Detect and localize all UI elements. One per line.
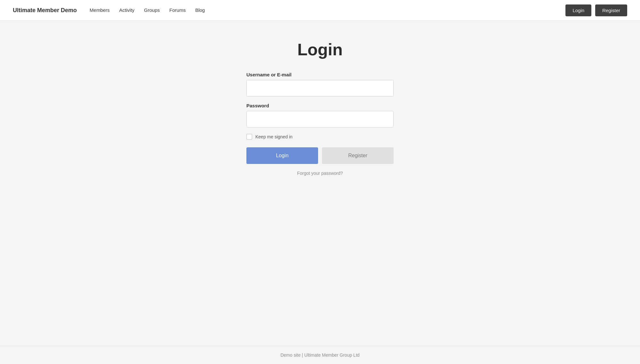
nav-login-button[interactable]: Login	[565, 4, 591, 16]
keep-signed-in-label: Keep me signed in	[255, 134, 292, 139]
username-label: Username or E-mail	[246, 72, 394, 77]
nav-link-activity[interactable]: Activity	[119, 7, 135, 13]
login-form-container: Username or E-mail Password Keep me sign…	[246, 72, 394, 176]
nav-link-groups[interactable]: Groups	[144, 7, 160, 13]
nav-register-button[interactable]: Register	[595, 4, 627, 16]
nav-item-members[interactable]: Members	[90, 7, 110, 13]
nav-links: Members Activity Groups Forums Blog	[90, 7, 205, 13]
site-title: Ultimate Member Demo	[13, 7, 77, 14]
nav-link-blog[interactable]: Blog	[195, 7, 205, 13]
password-group: Password	[246, 103, 394, 128]
navbar: Ultimate Member Demo Members Activity Gr…	[0, 0, 640, 21]
nav-item-groups[interactable]: Groups	[144, 7, 160, 13]
forgot-password-container: Forgot your password?	[246, 170, 394, 176]
username-input[interactable]	[246, 80, 394, 97]
keep-signed-in-checkbox[interactable]	[246, 134, 252, 140]
login-button[interactable]: Login	[246, 147, 318, 164]
page-title: Login	[297, 40, 343, 59]
forgot-password-link[interactable]: Forgot your password?	[297, 171, 343, 176]
login-form: Username or E-mail Password Keep me sign…	[246, 72, 394, 176]
footer-text: Demo site | Ultimate Member Group Ltd	[280, 352, 359, 358]
password-label: Password	[246, 103, 394, 108]
nav-link-members[interactable]: Members	[90, 7, 110, 13]
footer: Demo site | Ultimate Member Group Ltd	[0, 346, 640, 364]
form-buttons: Login Register	[246, 147, 394, 164]
nav-item-forums[interactable]: Forums	[169, 7, 186, 13]
keep-signed-in-group: Keep me signed in	[246, 134, 394, 140]
main-content: Login Username or E-mail Password Keep m…	[0, 21, 640, 346]
password-input[interactable]	[246, 111, 394, 128]
register-button[interactable]: Register	[322, 147, 394, 164]
navbar-left: Ultimate Member Demo Members Activity Gr…	[13, 7, 205, 14]
nav-item-blog[interactable]: Blog	[195, 7, 205, 13]
navbar-right: Login Register	[565, 4, 627, 16]
nav-item-activity[interactable]: Activity	[119, 7, 135, 13]
username-group: Username or E-mail	[246, 72, 394, 97]
nav-link-forums[interactable]: Forums	[169, 7, 186, 13]
